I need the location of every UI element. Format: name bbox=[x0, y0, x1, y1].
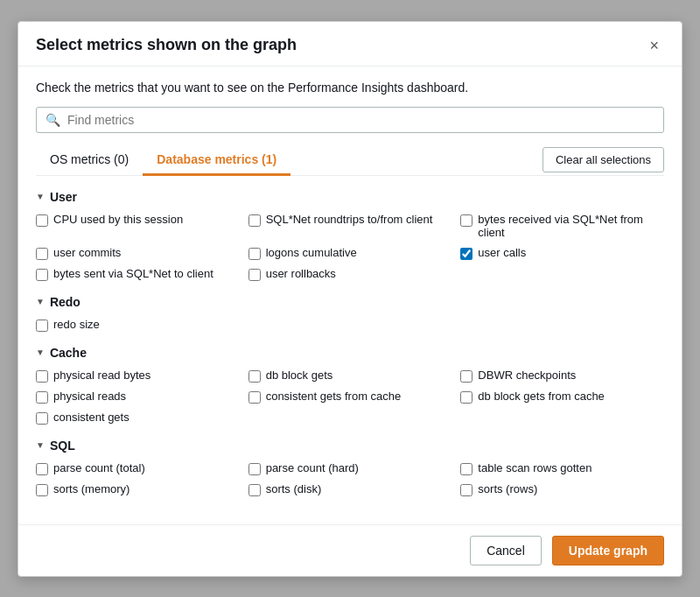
checkbox-parse_count_hard[interactable] bbox=[248, 463, 261, 475]
metric-label-cpu_session: CPU used by this session bbox=[53, 213, 183, 226]
checkbox-db_block_gets_cache[interactable] bbox=[460, 391, 472, 404]
collapse-icon-cache: ▼ bbox=[36, 348, 45, 357]
dialog-body: Check the metrics that you want to see o… bbox=[18, 67, 682, 524]
metric-label-bytes_sent: bytes sent via SQL*Net to client bbox=[53, 267, 214, 280]
metric-label-sorts_disk: sorts (disk) bbox=[266, 482, 322, 495]
section-user: ▼UserCPU used by this sessionSQL*Net rou… bbox=[36, 190, 664, 281]
metric-label-user_commits: user commits bbox=[53, 246, 121, 259]
section-label-redo: Redo bbox=[50, 295, 80, 309]
checkbox-consistent_gets_cache[interactable] bbox=[248, 391, 261, 404]
metric-item-physical_read_bytes: physical read bytes bbox=[36, 369, 240, 383]
metric-item-db_block_gets: db block gets bbox=[248, 369, 452, 383]
section-label-sql: SQL bbox=[50, 439, 75, 453]
section-header-user[interactable]: ▼User bbox=[36, 190, 664, 204]
metric-label-physical_read_bytes: physical read bytes bbox=[53, 369, 150, 382]
checkbox-dbwr_checkpoints[interactable] bbox=[460, 370, 472, 383]
metric-label-sqlnet_roundtrips: SQL*Net roundtrips to/from client bbox=[266, 213, 433, 226]
tabs: OS metrics (0) Database metrics (1) bbox=[36, 145, 290, 175]
checkbox-sorts_rows[interactable] bbox=[460, 484, 472, 496]
section-label-cache: Cache bbox=[50, 346, 87, 360]
dialog-title: Select metrics shown on the graph bbox=[36, 36, 297, 54]
metric-item-sorts_memory: sorts (memory) bbox=[36, 482, 240, 496]
metric-item-physical_reads: physical reads bbox=[36, 390, 240, 404]
section-header-redo[interactable]: ▼Redo bbox=[36, 295, 664, 309]
metric-item-parse_count_total: parse count (total) bbox=[36, 461, 240, 475]
section-redo: ▼Redoredo size bbox=[36, 295, 664, 332]
update-graph-button[interactable]: Update graph bbox=[552, 536, 664, 565]
metric-label-user_calls: user calls bbox=[478, 246, 526, 259]
metric-item-redo_size: redo size bbox=[36, 318, 240, 332]
metric-item-logons_cumulative: logons cumulative bbox=[248, 246, 452, 260]
metric-label-sorts_rows: sorts (rows) bbox=[478, 482, 537, 495]
checkbox-parse_count_total[interactable] bbox=[36, 463, 48, 475]
metric-label-dbwr_checkpoints: DBWR checkpoints bbox=[478, 369, 576, 382]
checkbox-user_calls[interactable] bbox=[460, 248, 472, 260]
checkbox-user_rollbacks[interactable] bbox=[248, 269, 261, 281]
metric-item-sorts_rows: sorts (rows) bbox=[460, 482, 664, 496]
checkbox-sorts_memory[interactable] bbox=[36, 484, 48, 496]
metric-item-sqlnet_roundtrips: SQL*Net roundtrips to/from client bbox=[248, 213, 452, 239]
section-header-cache[interactable]: ▼Cache bbox=[36, 346, 664, 360]
metric-label-parse_count_hard: parse count (hard) bbox=[266, 461, 359, 474]
metric-label-consistent_gets: consistent gets bbox=[53, 411, 130, 424]
checkbox-redo_size[interactable] bbox=[36, 320, 48, 332]
dialog-header: Select metrics shown on the graph × bbox=[18, 22, 682, 67]
metric-label-sorts_memory: sorts (memory) bbox=[53, 482, 130, 495]
checkbox-sorts_disk[interactable] bbox=[248, 484, 261, 496]
metric-item-bytes_received: bytes received via SQL*Net from client bbox=[460, 213, 664, 239]
dialog-overlay: Select metrics shown on the graph × Chec… bbox=[0, 0, 700, 597]
checkbox-physical_reads[interactable] bbox=[36, 391, 48, 404]
metric-item-user_commits: user commits bbox=[36, 246, 240, 260]
metric-item-consistent_gets: consistent gets bbox=[36, 411, 240, 425]
metrics-grid-cache: physical read bytesdb block getsDBWR che… bbox=[36, 369, 664, 425]
search-icon: 🔍 bbox=[46, 113, 60, 127]
checkbox-consistent_gets[interactable] bbox=[36, 412, 48, 425]
metric-label-db_block_gets: db block gets bbox=[266, 369, 333, 382]
metric-label-redo_size: redo size bbox=[53, 318, 100, 331]
metric-label-db_block_gets_cache: db block gets from cache bbox=[478, 390, 605, 403]
metric-label-bytes_received: bytes received via SQL*Net from client bbox=[478, 213, 664, 239]
collapse-icon-sql: ▼ bbox=[36, 440, 45, 450]
tab-os-metrics[interactable]: OS metrics (0) bbox=[36, 145, 143, 176]
metric-item-parse_count_hard: parse count (hard) bbox=[248, 461, 452, 475]
metric-label-table_scan_rows: table scan rows gotten bbox=[478, 461, 592, 474]
close-button[interactable]: × bbox=[644, 36, 664, 55]
checkbox-db_block_gets[interactable] bbox=[248, 370, 261, 383]
metrics-grid-user: CPU used by this sessionSQL*Net roundtri… bbox=[36, 213, 664, 281]
section-label-user: User bbox=[50, 190, 77, 204]
checkbox-sqlnet_roundtrips[interactable] bbox=[248, 214, 261, 227]
metric-label-logons_cumulative: logons cumulative bbox=[266, 246, 357, 259]
metrics-grid-sql: parse count (total)parse count (hard)tab… bbox=[36, 461, 664, 496]
section-sql: ▼SQLparse count (total)parse count (hard… bbox=[36, 439, 664, 496]
collapse-icon-user: ▼ bbox=[36, 192, 45, 201]
description-text: Check the metrics that you want to see o… bbox=[36, 81, 664, 95]
metric-item-bytes_sent: bytes sent via SQL*Net to client bbox=[36, 267, 240, 281]
checkbox-bytes_received[interactable] bbox=[460, 214, 472, 227]
metric-label-physical_reads: physical reads bbox=[53, 390, 126, 403]
metrics-grid-redo: redo size bbox=[36, 318, 664, 332]
clear-all-button[interactable]: Clear all selections bbox=[542, 147, 664, 172]
search-input[interactable] bbox=[67, 113, 654, 127]
metric-item-user_rollbacks: user rollbacks bbox=[248, 267, 452, 281]
tab-database-metrics[interactable]: Database metrics (1) bbox=[143, 145, 290, 176]
section-header-sql[interactable]: ▼SQL bbox=[36, 439, 664, 453]
metric-item-user_calls: user calls bbox=[460, 246, 664, 260]
metric-label-user_rollbacks: user rollbacks bbox=[266, 267, 336, 280]
checkbox-table_scan_rows[interactable] bbox=[460, 463, 472, 475]
sections-container: ▼UserCPU used by this sessionSQL*Net rou… bbox=[36, 190, 664, 496]
metric-label-consistent_gets_cache: consistent gets from cache bbox=[266, 390, 402, 403]
metric-item-consistent_gets_cache: consistent gets from cache bbox=[248, 390, 452, 404]
checkbox-user_commits[interactable] bbox=[36, 248, 48, 260]
checkbox-logons_cumulative[interactable] bbox=[248, 248, 261, 260]
search-bar: 🔍 bbox=[36, 107, 664, 133]
checkbox-bytes_sent[interactable] bbox=[36, 269, 48, 281]
checkbox-cpu_session[interactable] bbox=[36, 214, 48, 227]
collapse-icon-redo: ▼ bbox=[36, 297, 45, 306]
cancel-button[interactable]: Cancel bbox=[470, 536, 542, 565]
checkbox-physical_read_bytes[interactable] bbox=[36, 370, 48, 383]
tabs-row: OS metrics (0) Database metrics (1) Clea… bbox=[36, 145, 664, 176]
metric-item-dbwr_checkpoints: DBWR checkpoints bbox=[460, 369, 664, 383]
metric-item-table_scan_rows: table scan rows gotten bbox=[460, 461, 664, 475]
metric-item-cpu_session: CPU used by this session bbox=[36, 213, 240, 239]
dialog-footer: Cancel Update graph bbox=[18, 524, 682, 576]
